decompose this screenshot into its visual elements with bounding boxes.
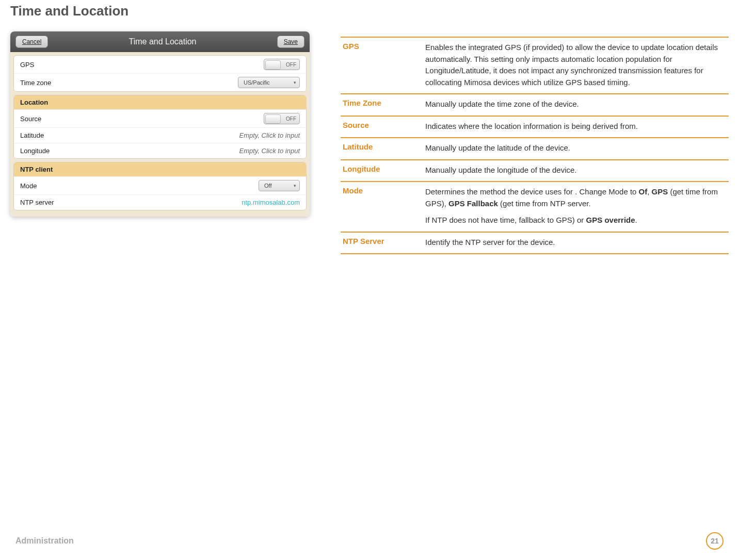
definition-row: Longitude Manually update the longitude … — [341, 159, 729, 182]
ntp-server-input[interactable]: ntp.mimosalab.com — [242, 199, 300, 206]
definition-term: Time Zone — [343, 98, 415, 110]
longitude-input[interactable]: Empty, Click to input — [239, 147, 300, 155]
gps-toggle[interactable]: OFF — [264, 59, 300, 70]
gps-label: GPS — [20, 61, 34, 69]
definition-term: Latitude — [343, 142, 415, 154]
ntp-header: NTP client — [14, 162, 306, 176]
save-button[interactable]: Save — [277, 36, 304, 48]
page-title: Time and Location — [10, 3, 729, 19]
page-footer: Administration 21 — [0, 532, 739, 550]
definition-row: Time Zone Manually update the time zone … — [341, 93, 729, 116]
definition-desc: Enables the integrated GPS (if provided)… — [425, 42, 727, 88]
definition-term: Longitude — [343, 164, 415, 176]
timezone-label: Time zone — [20, 79, 51, 87]
definition-row: Source Indicates where the location info… — [341, 116, 729, 138]
definition-row: Mode Determines the method the device us… — [341, 181, 729, 232]
timezone-select[interactable]: US/Pacific ▾ — [238, 77, 300, 88]
definition-term: NTP Server — [343, 237, 415, 249]
definition-desc: Determines the method the device uses fo… — [425, 186, 727, 226]
latitude-input[interactable]: Empty, Click to input — [239, 131, 300, 139]
ntp-server-label: NTP server — [20, 199, 54, 206]
settings-panel: Cancel Time and Location Save GPS OFF — [10, 31, 310, 217]
timezone-select-value: US/Pacific — [244, 79, 270, 86]
definitions-table: GPS Enables the integrated GPS (if provi… — [341, 37, 729, 254]
source-toggle[interactable]: OFF — [264, 113, 300, 124]
latitude-label: Latitude — [20, 131, 44, 139]
definition-desc: Identify the NTP server for the device. — [425, 237, 727, 249]
longitude-label: Longitude — [20, 147, 50, 155]
page-number-badge: 21 — [706, 532, 724, 550]
definition-term: Mode — [343, 186, 415, 226]
mode-select[interactable]: Off ▾ — [259, 180, 300, 191]
definition-row: Latitude Manually update the latitude of… — [341, 137, 729, 159]
definition-desc: Manually update the time zone of the dev… — [425, 98, 727, 110]
definition-row: NTP Server Identify the NTP server for t… — [341, 232, 729, 255]
footer-section-label: Administration — [15, 536, 74, 546]
chevron-updown-icon: ▾ — [294, 80, 296, 85]
chevron-updown-icon: ▾ — [294, 183, 296, 188]
mode-label: Mode — [20, 182, 37, 190]
definition-desc: Indicates where the location information… — [425, 121, 727, 133]
definition-term: Source — [343, 121, 415, 133]
source-toggle-value: OFF — [286, 116, 296, 122]
definition-row: GPS Enables the integrated GPS (if provi… — [341, 37, 729, 93]
location-header: Location — [14, 95, 306, 109]
definition-term: GPS — [343, 42, 415, 88]
mode-select-value: Off — [264, 183, 271, 189]
cancel-button[interactable]: Cancel — [15, 36, 48, 48]
definition-desc: Manually update the latitude of the devi… — [425, 142, 727, 154]
definition-desc: Manually update the longitude of the dev… — [425, 164, 727, 176]
panel-title: Time and Location — [48, 37, 277, 46]
panel-header: Cancel Time and Location Save — [10, 31, 310, 52]
gps-toggle-value: OFF — [286, 62, 296, 68]
source-label: Source — [20, 115, 41, 123]
